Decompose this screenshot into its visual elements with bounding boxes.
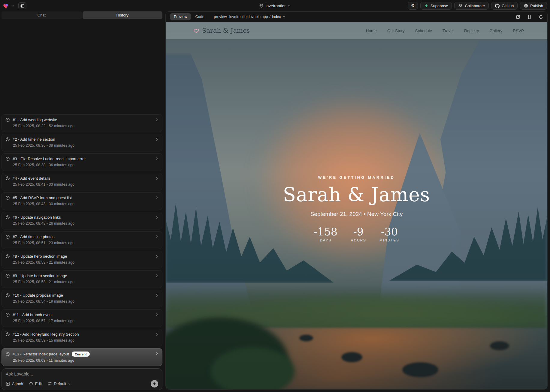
history-item[interactable]: #4 - Add event details 25 Feb 2025, 08:4… [2,173,162,190]
history-clock-icon [5,176,10,181]
history-clock-icon [5,118,10,122]
site-nav-link[interactable]: RSVP [513,28,524,33]
tab-history[interactable]: History [83,11,163,19]
history-clock-icon [5,137,10,142]
gear-icon: ⚙ [411,3,415,8]
countdown-unit: -158 DAYS [314,226,337,242]
collaborate-people-icon [458,4,463,8]
history-item[interactable]: #10 - Update proposal image 25 Feb 2025,… [2,290,162,307]
globe-icon [259,4,264,8]
history-item-title: #5 - Add RSVP form and guest list [13,196,72,200]
chevron-right-icon [155,137,159,141]
logo-chevron-down-icon[interactable] [11,4,14,7]
chevron-right-icon [155,118,159,122]
tab-chat[interactable]: Chat [2,11,82,19]
mode-select[interactable]: Default [47,382,71,386]
history-item[interactable]: #9 - Update hero section image 25 Feb 20… [2,270,162,288]
website-preview: Sarah & James Home Our Story Schedule Tr… [166,22,547,389]
history-item[interactable]: #12 - Add Honeyfund Registry Section 25 … [2,329,162,346]
history-item-timestamp: 25 Feb 2025, 08:53 - 21 minutes ago [13,260,159,265]
tab-preview[interactable]: Preview [170,13,191,20]
edit-label: Edit [35,382,42,386]
hero-subtitle: September 21, 2024 • New York City [222,211,492,217]
history-item[interactable]: #5 - Add RSVP form and guest list 25 Feb… [2,192,162,210]
preview-url-separator: / [269,15,270,19]
github-icon [495,4,500,8]
countdown-label: HOURS [349,238,368,242]
chevron-right-icon [155,254,159,258]
send-arrow-icon [153,382,156,386]
history-item-title: #7 - Add timeline photos [13,235,54,239]
lovable-logo-icon[interactable] [3,3,9,9]
github-button[interactable]: GitHub [491,2,518,10]
chevron-down-icon [283,15,286,18]
preview-url-page: index [272,15,281,19]
project-name: lovefrontier [266,4,286,8]
chevron-down-icon [288,4,291,7]
supabase-button[interactable]: Supabase [420,2,452,10]
send-button[interactable] [151,380,158,388]
collaborate-button[interactable]: Collaborate [454,2,489,10]
preview-toolbar: Preview Code preview--lovefrontier.lovab… [166,12,547,22]
chevron-right-icon [155,352,159,356]
site-nav-link[interactable]: Gallery [489,28,502,33]
hero-content: WE'RE GETTING MARRIED Sarah & James Sept… [222,175,492,242]
site-nav-link[interactable]: Home [366,28,377,33]
history-item-title: #6 - Update navigation links [13,215,61,220]
chevron-right-icon [155,196,159,200]
current-badge: Current [72,352,90,357]
history-item-title: #2 - Add timeline section [13,137,55,142]
ask-lovable-input[interactable] [6,372,158,376]
history-item[interactable]: #3 - Fix: Resolve Lucide-react import er… [2,153,162,171]
countdown-value: -158 [314,226,337,238]
history-item[interactable]: #11 - Add brunch event 25 Feb 2025, 08:5… [2,309,162,327]
history-item-timestamp: 25 Feb 2025, 08:36 - 38 minutes ago [13,143,159,148]
history-item[interactable]: #1 - Add wedding website 25 Feb 2025, 08… [2,114,162,132]
history-item[interactable]: #7 - Add timeline photos 25 Feb 2025, 08… [2,231,162,249]
history-list: #1 - Add wedding website 25 Feb 2025, 08… [2,20,162,366]
mobile-view-button[interactable] [527,15,532,19]
history-item-timestamp: 25 Feb 2025, 08:22 - 52 minutes ago [13,124,159,128]
attach-label: Attach [12,382,23,386]
sidebar-tabs: Chat History [2,11,162,19]
history-item[interactable]: #6 - Update navigation links 25 Feb 2025… [2,212,162,229]
history-item-title: #12 - Add Honeyfund Registry Section [13,332,79,337]
top-bar: lovefrontier ⚙ Supabase Collaborate [0,0,550,11]
heart-outline-icon [193,28,199,34]
site-nav-link[interactable]: Our Story [387,28,405,33]
site-nav-link[interactable]: Registry [464,28,479,33]
preview-url[interactable]: preview--lovefrontier.lovable.app / inde… [214,15,285,19]
default-sliders-icon [47,382,52,386]
history-item[interactable]: #8 - Update hero section image 25 Feb 20… [2,251,162,268]
history-clock-icon [5,254,10,259]
hero-eyebrow: WE'RE GETTING MARRIED [222,175,492,180]
history-item[interactable]: #13 - Refactor index page layout Current… [2,348,162,366]
open-external-button[interactable] [516,15,520,19]
edit-crosshair-icon [29,382,33,386]
chevron-right-icon [155,313,159,317]
history-clock-icon [5,235,10,239]
history-item-title: #3 - Fix: Resolve Lucide-react import er… [13,157,86,161]
site-nav-link[interactable]: Travel [443,28,454,33]
mobile-icon [527,15,532,19]
history-item[interactable]: #2 - Add timeline section 25 Feb 2025, 0… [2,134,162,151]
site-logo[interactable]: Sarah & James [193,27,250,34]
hero-title: Sarah & James [222,184,492,206]
site-nav-link[interactable]: Schedule [415,28,432,33]
history-item-timestamp: 25 Feb 2025, 08:53 - 21 minutes ago [13,280,159,284]
tab-code[interactable]: Code [192,13,207,20]
chevron-right-icon [155,235,159,239]
history-clock-icon [5,313,10,317]
project-switcher[interactable]: lovefrontier [259,0,291,11]
lovable-app: lovefrontier ⚙ Supabase Collaborate [0,0,550,392]
history-item-timestamp: 25 Feb 2025, 08:59 - 15 minutes ago [13,338,159,343]
publish-button[interactable]: Publish [520,2,547,10]
sidebar-toggle-button[interactable] [18,2,26,9]
refresh-button[interactable] [539,15,543,19]
history-clock-icon [5,352,10,356]
edit-button[interactable]: Edit [29,382,42,386]
history-item-timestamp: 25 Feb 2025, 08:57 - 17 minutes ago [13,319,159,323]
attach-button[interactable]: Attach [6,382,23,386]
settings-button[interactable]: ⚙ [408,2,418,10]
site-logo-text: Sarah & James [202,27,250,34]
